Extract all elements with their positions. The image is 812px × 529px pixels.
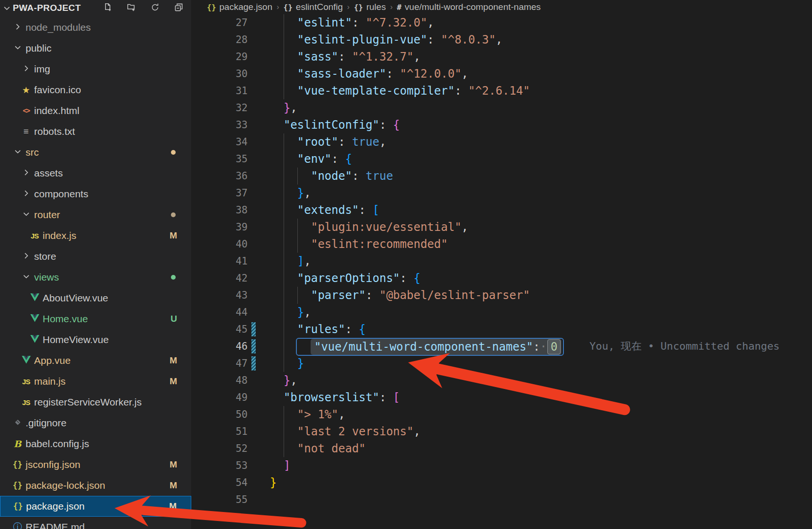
code-line[interactable]: 30 "sass-loader": "^12.0.0",: [192, 65, 812, 82]
code-line[interactable]: 51 "last 2 versions",: [192, 423, 812, 440]
tree-item-index-html[interactable]: <>index.html: [0, 100, 191, 121]
tree-item-app-vue[interactable]: App.vueM: [0, 350, 191, 371]
tree-item-robots-txt[interactable]: ≡robots.txt: [0, 121, 191, 142]
line-number[interactable]: 35: [192, 150, 248, 168]
line-number[interactable]: 50: [192, 406, 248, 423]
tree-item-home-vue[interactable]: Home.vueU: [0, 309, 191, 329]
line-number[interactable]: 44: [192, 304, 248, 321]
tree-item-public[interactable]: public: [0, 38, 191, 59]
code-line[interactable]: 38 "extends": [: [192, 202, 812, 219]
new-file-button[interactable]: [101, 2, 114, 14]
line-number[interactable]: 37: [192, 185, 248, 202]
line-number[interactable]: 40: [192, 236, 248, 253]
tree-item-src[interactable]: src: [0, 142, 191, 163]
line-number[interactable]: 47: [192, 355, 248, 372]
code-line[interactable]: 29 "sass": "^1.32.7",: [192, 48, 812, 65]
tree-item-views[interactable]: views: [0, 267, 191, 288]
tree-item-package-json[interactable]: {}package.jsonM: [0, 496, 191, 517]
line-number[interactable]: 46: [192, 338, 248, 355]
tree-item-assets[interactable]: assets: [0, 163, 191, 184]
code-line[interactable]: 48 },: [192, 372, 812, 389]
line-number[interactable]: 42: [192, 270, 248, 287]
tree-item-jsconfig-json[interactable]: {}jsconfig.jsonM: [0, 454, 191, 475]
code-line[interactable]: 33 "eslintConfig": {: [192, 116, 812, 133]
line-number[interactable]: 38: [192, 202, 248, 219]
line-number[interactable]: 51: [192, 423, 248, 440]
code-line[interactable]: 28 "eslint-plugin-vue": "^8.0.3",: [192, 31, 812, 48]
code-line[interactable]: 50 "> 1%",: [192, 406, 812, 423]
code-line[interactable]: 40 "eslint:recommended": [192, 236, 812, 253]
breadcrumb-item-eslintconfig[interactable]: {}eslintConfig: [284, 2, 343, 12]
tree-item-store[interactable]: store: [0, 246, 191, 267]
new-file-icon: [103, 3, 112, 14]
code-line[interactable]: 46You, 现在 • Uncommitted changes "vue/mul…: [192, 338, 812, 355]
code-area[interactable]: 27 "eslint": "^7.32.0",28 "eslint-plugin…: [192, 14, 812, 508]
tree-item-readme-md[interactable]: ⓘREADME.md: [0, 517, 191, 529]
code-line[interactable]: 31 "vue-template-compiler": "^2.6.14": [192, 82, 812, 99]
code-line[interactable]: 44 },: [192, 304, 812, 321]
tree-item-img[interactable]: img: [0, 59, 191, 79]
line-number[interactable]: 48: [192, 372, 248, 389]
code-line[interactable]: 39 "plugin:vue/essential",: [192, 219, 812, 236]
git-modified-gutter-marker[interactable]: [251, 339, 256, 353]
tree-item-main-js[interactable]: JSmain.jsM: [0, 371, 191, 392]
line-number[interactable]: 52: [192, 440, 248, 457]
line-number[interactable]: 34: [192, 133, 248, 150]
line-number[interactable]: 32: [192, 99, 248, 116]
line-number[interactable]: 54: [192, 474, 248, 491]
code-line[interactable]: 35 "env": {: [192, 150, 812, 168]
breadcrumb-item-vue-multi-word-component-names[interactable]: #vue/multi-word-component-names: [397, 2, 541, 12]
tree-item-homeview-vue[interactable]: HomeView.vue: [0, 329, 191, 350]
line-number[interactable]: 43: [192, 287, 248, 304]
tree-item-babel-config-js[interactable]: Bbabel.config.js: [0, 433, 191, 454]
refresh-explorer-button[interactable]: [149, 2, 161, 14]
line-number[interactable]: 53: [192, 457, 248, 474]
code-line[interactable]: 41 ],: [192, 253, 812, 270]
breadcrumb-item-package-json[interactable]: {}package.json: [207, 2, 272, 12]
tree-item-router[interactable]: router: [0, 204, 191, 225]
code-line[interactable]: 52 "not dead": [192, 440, 812, 457]
code-line[interactable]: 32 },: [192, 99, 812, 116]
line-number[interactable]: 39: [192, 219, 248, 236]
indent-guide: [284, 150, 284, 168]
git-modified-gutter-marker[interactable]: [251, 356, 256, 370]
code-line[interactable]: 47 }: [192, 355, 812, 372]
code-line[interactable]: 45 "rules": {: [192, 321, 812, 338]
line-number[interactable]: 49: [192, 389, 248, 406]
code-text: "sass-loader": "^12.0.0",: [270, 65, 468, 82]
line-number[interactable]: 36: [192, 168, 248, 185]
code-line[interactable]: 55: [192, 491, 812, 508]
code-line[interactable]: 43 "parser": "@babel/eslint-parser": [192, 287, 812, 304]
tree-item-aboutview-vue[interactable]: AboutView.vue: [0, 288, 191, 309]
line-number[interactable]: 31: [192, 82, 248, 99]
code-line[interactable]: 42 "parserOptions": {: [192, 270, 812, 287]
tree-item-node-modules[interactable]: node_modules: [0, 17, 191, 38]
code-line[interactable]: 54}: [192, 474, 812, 491]
line-number[interactable]: 45: [192, 321, 248, 338]
tree-item--gitignore[interactable]: .gitignore: [0, 413, 191, 433]
tree-item-index-js[interactable]: JSindex.jsM: [0, 225, 191, 246]
tree-item-package-lock-json[interactable]: {}package-lock.jsonM: [0, 475, 191, 496]
line-number[interactable]: 29: [192, 48, 248, 65]
code-line[interactable]: 49 "browserslist": [: [192, 389, 812, 406]
line-number[interactable]: 27: [192, 14, 248, 31]
explorer-section-header[interactable]: PWA-PROJECT: [0, 0, 191, 16]
git-modified-gutter-marker[interactable]: [251, 322, 256, 336]
code-line[interactable]: 36 "node": true: [192, 168, 812, 185]
code-line[interactable]: 37 },: [192, 185, 812, 202]
code-line[interactable]: 34 "root": true,: [192, 133, 812, 150]
editor-pane[interactable]: {}package.json›{}eslintConfig›{}rules›#v…: [192, 0, 812, 529]
new-folder-button[interactable]: [125, 2, 137, 14]
tree-item-favicon-ico[interactable]: ★favicon.ico: [0, 79, 191, 100]
code-line[interactable]: 53 ]: [192, 457, 812, 474]
tree-item-components[interactable]: components: [0, 184, 191, 204]
line-number[interactable]: 28: [192, 31, 248, 48]
line-number[interactable]: 41: [192, 253, 248, 270]
tree-item-registerserviceworker-js[interactable]: JSregisterServiceWorker.js: [0, 392, 191, 413]
breadcrumb-item-rules[interactable]: {}rules: [354, 2, 385, 12]
line-number[interactable]: 30: [192, 65, 248, 82]
code-line[interactable]: 27 "eslint": "^7.32.0",: [192, 14, 812, 31]
collapse-folders-button[interactable]: [172, 2, 185, 14]
line-number[interactable]: 55: [192, 491, 248, 508]
line-number[interactable]: 33: [192, 116, 248, 133]
